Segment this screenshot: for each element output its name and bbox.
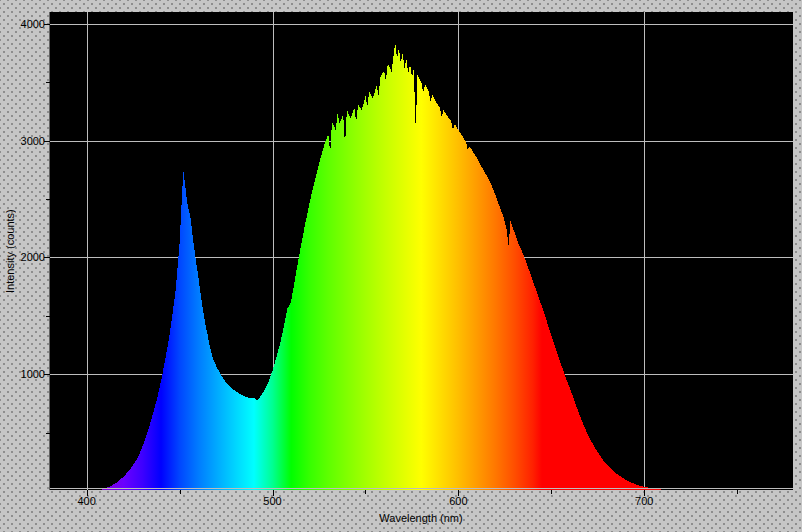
x-tick-label: 700 (635, 495, 653, 507)
spectrometer-chart: 1000200030004000400500600700 Wavelength … (0, 0, 802, 532)
spectrum-plot-canvas: 1000200030004000400500600700 (0, 0, 802, 532)
x-tick-label: 500 (263, 495, 281, 507)
x-tick-label: 600 (449, 495, 467, 507)
y-axis-title: Intensity (counts) (3, 12, 17, 490)
y-tick-label: 2000 (21, 251, 45, 263)
y-tick-label: 4000 (21, 18, 45, 30)
y-tick-label: 3000 (21, 135, 45, 147)
x-tick-label: 400 (77, 495, 95, 507)
y-tick-label: 1000 (21, 368, 45, 380)
x-axis-title: Wavelength (nm) (49, 512, 793, 524)
